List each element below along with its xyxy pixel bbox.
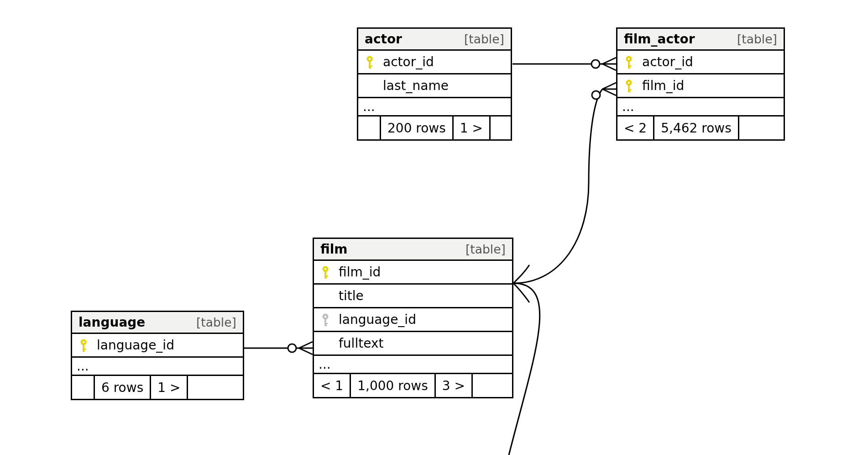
- table-footer: 200 rows 1 >: [358, 116, 511, 139]
- column-row[interactable]: film_id: [314, 261, 512, 285]
- column-row[interactable]: actor_id: [617, 51, 784, 74]
- table-header: actor [table]: [358, 29, 511, 51]
- table-name: film_actor: [624, 32, 695, 47]
- more-columns[interactable]: ...: [358, 98, 511, 116]
- column-row[interactable]: language_id: [314, 308, 512, 332]
- svg-line-16: [602, 83, 616, 89]
- svg-line-14: [602, 64, 616, 70]
- column-name: language_id: [337, 312, 508, 327]
- column-name: language_id: [95, 338, 239, 353]
- more-columns[interactable]: ...: [72, 358, 243, 376]
- table-footer: < 1 1,000 rows 3 >: [314, 374, 512, 397]
- svg-line-12: [602, 58, 616, 64]
- more-columns[interactable]: ...: [617, 98, 784, 116]
- column-name: actor_id: [640, 54, 780, 69]
- column-name: actor_id: [381, 54, 507, 69]
- rel-actor-filmactor: [512, 58, 616, 70]
- nav-right[interactable]: 3 >: [436, 374, 473, 397]
- column-name: fulltext: [337, 336, 508, 351]
- nav-right[interactable]: 1 >: [454, 116, 491, 139]
- column-name: last_name: [381, 78, 507, 93]
- key-icon: [314, 313, 337, 327]
- column-name: title: [337, 288, 508, 303]
- table-name: film: [320, 242, 348, 257]
- column-row[interactable]: film_id: [617, 74, 784, 98]
- table-kind: [table]: [465, 242, 506, 256]
- table-header: film [table]: [314, 239, 512, 261]
- row-count: 6 rows: [95, 376, 151, 399]
- key-icon: [358, 55, 381, 69]
- row-count: 200 rows: [381, 116, 454, 139]
- key-icon: [72, 339, 95, 352]
- column-row[interactable]: last_name: [358, 74, 511, 98]
- table-header: film_actor [table]: [617, 29, 784, 51]
- nav-left[interactable]: < 2: [617, 116, 654, 139]
- rel-film-filmactor: [509, 83, 616, 455]
- table-film-actor[interactable]: film_actor [table] actor_id film_id ... …: [616, 27, 785, 141]
- row-count: 1,000 rows: [351, 374, 436, 397]
- table-film[interactable]: film [table] film_id title language_id f…: [313, 238, 513, 398]
- svg-line-9: [299, 348, 313, 354]
- table-kind: [table]: [737, 32, 777, 46]
- svg-point-6: [288, 344, 296, 352]
- table-footer: 6 rows 1 >: [72, 376, 243, 399]
- svg-point-11: [591, 60, 600, 68]
- nav-left[interactable]: < 1: [314, 374, 351, 397]
- table-name: actor: [365, 32, 402, 47]
- rel-language-film: [244, 342, 313, 354]
- table-footer: < 2 5,462 rows: [617, 116, 784, 139]
- table-name: language: [78, 315, 145, 330]
- er-diagram: { "kind_label": "[table]", "ellipsis": "…: [0, 0, 868, 455]
- table-actor[interactable]: actor [table] actor_id last_name ... 200…: [357, 27, 512, 141]
- column-row[interactable]: language_id: [72, 334, 243, 358]
- column-row[interactable]: title: [314, 285, 512, 308]
- table-kind: [table]: [196, 315, 236, 329]
- table-header: language [table]: [72, 312, 243, 334]
- nav-right[interactable]: 1 >: [151, 376, 188, 399]
- row-count: 5,462 rows: [654, 116, 739, 139]
- table-language[interactable]: language [table] language_id ... 6 rows …: [71, 311, 244, 400]
- column-row[interactable]: fulltext: [314, 332, 512, 356]
- svg-line-18: [602, 89, 616, 95]
- key-icon: [617, 79, 640, 93]
- more-columns[interactable]: ...: [314, 356, 512, 374]
- column-name: film_id: [337, 265, 508, 280]
- svg-point-15: [592, 91, 600, 99]
- svg-line-7: [299, 342, 313, 348]
- key-icon: [617, 55, 640, 69]
- column-row[interactable]: actor_id: [358, 51, 511, 74]
- key-icon: [314, 265, 337, 279]
- column-name: film_id: [640, 78, 780, 93]
- table-kind: [table]: [464, 32, 504, 46]
